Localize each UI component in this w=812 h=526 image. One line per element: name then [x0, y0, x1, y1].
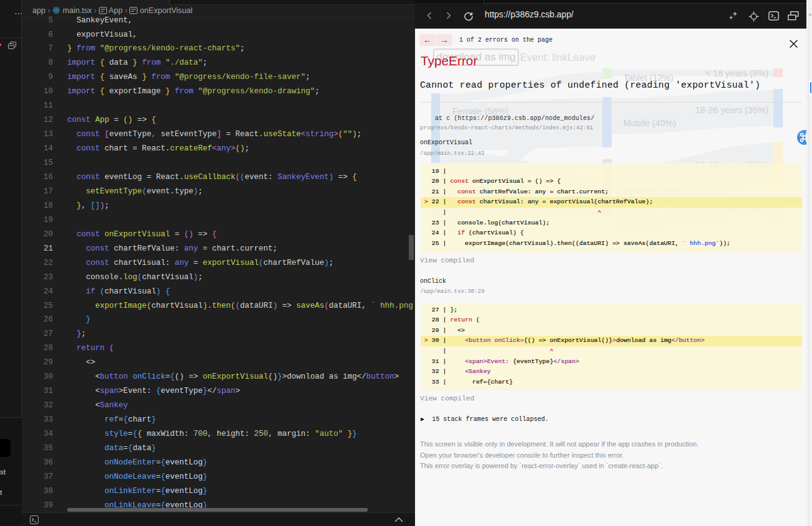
svg-text:< 18 years (8%): < 18 years (8%)	[706, 68, 768, 78]
svg-text:18-26 years (35%): 18-26 years (35%)	[695, 105, 768, 115]
svg-text:Mobile (40%): Mobile (40%)	[623, 118, 676, 128]
